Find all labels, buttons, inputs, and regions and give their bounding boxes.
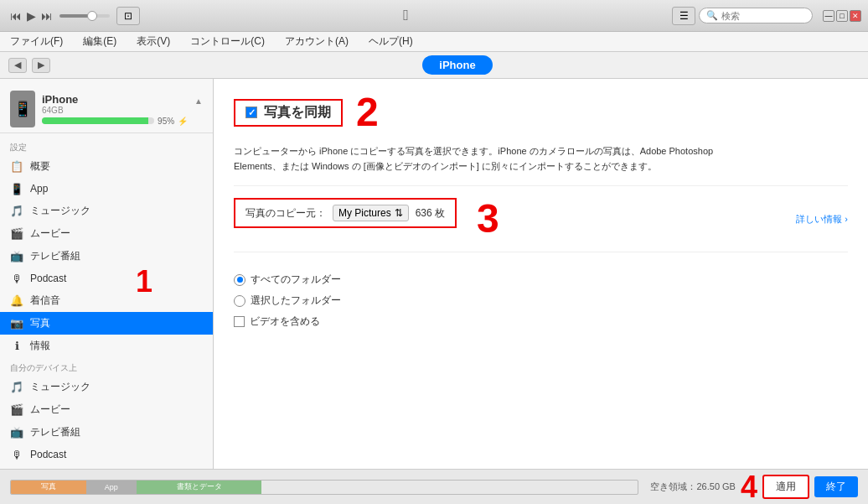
sidebar-label-movie: ムービー [30, 226, 70, 241]
copy-source-select[interactable]: My Pictures ⇅ [333, 205, 409, 221]
bottom-buttons: 適用 終了 [762, 475, 858, 499]
video-checkbox[interactable] [234, 316, 245, 327]
search-icon: 🔍 [706, 10, 718, 21]
section1-label: 設定 [0, 137, 213, 155]
battery-bar [42, 117, 154, 124]
my-podcast-icon: 🎙 [10, 448, 23, 461]
menu-view[interactable]: 表示(V) [133, 33, 173, 50]
sidebar-label-my-movie: ムービー [30, 403, 70, 417]
description-text: コンピューターから iPhone にコピーする写真を選択できます。iPhone … [234, 144, 848, 186]
podcast-icon: 🎙 [10, 272, 23, 285]
maximize-button[interactable]: □ [836, 10, 848, 22]
video-checkbox-label: ビデオを含める [250, 314, 320, 329]
sidebar-item-music[interactable]: 🎵 ミュージック [0, 200, 213, 222]
sidebar-label-my-podcast: Podcast [30, 449, 66, 460]
screen-button[interactable]: ⊡ [116, 7, 140, 25]
sync-arrow: ▲ [194, 96, 203, 106]
sidebar-label-podcast: Podcast [30, 273, 66, 284]
menu-bar: ファイル(F) 編集(E) 表示(V) コントロール(C) アカウント(A) ヘ… [0, 32, 868, 52]
device-header: 📱 iPhone 64GB 95% ⚡ ▲ [0, 86, 213, 133]
play-btn[interactable]: ▶ [27, 9, 36, 23]
menu-file[interactable]: ファイル(F) [7, 33, 66, 50]
section2-label: 自分のデバイス上 [0, 357, 213, 376]
device-size: 64GB [42, 106, 188, 115]
radio-all-icon [234, 274, 245, 286]
minimize-button[interactable]: — [823, 10, 834, 22]
sidebar-item-app[interactable]: 📱 App [0, 178, 213, 200]
menu-control[interactable]: コントロール(C) [187, 33, 268, 50]
storage-books: 書類とデータ [137, 481, 262, 494]
copy-source-row: 写真のコピー元： My Pictures ⇅ 636 枚 [234, 198, 457, 228]
sidebar-item-my-podcast[interactable]: 🎙 Podcast [0, 444, 213, 465]
photos-icon: 📷 [10, 317, 23, 330]
charge-icon: ⚡ [178, 117, 188, 126]
search-box: 🔍 [699, 8, 813, 23]
info-icon: ℹ [10, 340, 23, 353]
storage-bar: 写真 App 書類とデータ [10, 480, 638, 495]
sidebar-item-my-tv[interactable]: 📺 テレビ番組 [0, 421, 213, 444]
storage-free [261, 481, 638, 494]
sidebar-item-tv[interactable]: 📺 テレビ番組 [0, 245, 213, 268]
sidebar-item-summary[interactable]: 📋 概要 [0, 155, 213, 178]
device-icon: 📱 [10, 91, 35, 127]
device-tab[interactable]: iPhone [422, 55, 492, 75]
my-music-icon: 🎵 [10, 381, 23, 394]
sidebar-item-photos[interactable]: 📷 写真 [0, 312, 213, 335]
music-icon: 🎵 [10, 205, 23, 218]
radio-all-folders[interactable]: すべてのフォルダー [234, 273, 848, 287]
sidebar-item-my-books[interactable]: 📚 ブック [0, 465, 213, 469]
sidebar-label-info: 情報 [30, 339, 50, 353]
storage-photos: 写真 [11, 481, 86, 494]
sidebar-label-tv: テレビ番組 [30, 249, 80, 263]
menu-edit[interactable]: 編集(E) [80, 33, 120, 50]
forward-button[interactable]: ▶ [32, 58, 50, 73]
back-button[interactable]: ◀ [8, 58, 27, 73]
window-controls: — □ ✕ [823, 10, 861, 22]
copy-source-value: My Pictures [338, 207, 391, 219]
sync-checkbox-label[interactable]: ✓ 写真を同期 [234, 99, 343, 127]
close-button[interactable]: ✕ [850, 10, 861, 22]
list-view-button[interactable]: ☰ [672, 7, 695, 25]
title-right: ☰ 🔍 — □ ✕ [672, 7, 861, 25]
free-space-label: 空き領域：26.50 GB [650, 481, 735, 493]
sidebar-label-photos: 写真 [30, 316, 50, 330]
search-input[interactable] [721, 11, 805, 21]
checkbox-video-row[interactable]: ビデオを含める [234, 314, 848, 329]
menu-account[interactable]: アカウント(A) [282, 33, 352, 50]
storage-apps: App [86, 481, 137, 494]
rewind-btn[interactable]: ⏮ [10, 9, 22, 23]
badge-3: 3 [477, 199, 499, 239]
sidebar-label-my-tv: テレビ番組 [30, 425, 80, 439]
end-button[interactable]: 終了 [814, 476, 858, 497]
nav-bar: ◀ ▶ iPhone [0, 52, 868, 79]
sidebar-label-my-music: ミュージック [30, 380, 90, 394]
fastforward-btn[interactable]: ⏭ [41, 9, 53, 23]
tv-icon: 📺 [10, 250, 23, 263]
content-area: ✓ 写真を同期 2 コンピューターから iPhone にコピーする写真を選択でき… [214, 79, 868, 469]
sidebar-item-ringtone[interactable]: 🔔 着信音 [0, 289, 213, 312]
battery-fill [42, 117, 148, 124]
sidebar-item-movie[interactable]: 🎬 ムービー [0, 222, 213, 245]
title-center:  [147, 7, 665, 24]
playback-controls: ⏮ ▶ ⏭ [10, 9, 53, 23]
main-layout: 📱 iPhone 64GB 95% ⚡ ▲ 設定 📋 概要 📱 App [0, 79, 868, 469]
sidebar-item-my-movie[interactable]: 🎬 ムービー [0, 398, 213, 421]
sidebar: 📱 iPhone 64GB 95% ⚡ ▲ 設定 📋 概要 📱 App [0, 79, 214, 469]
bottom-bar: 写真 App 書類とデータ 空き領域：26.50 GB 4 適用 終了 [0, 469, 868, 504]
movie-icon: 🎬 [10, 227, 23, 241]
radio-selected-folders[interactable]: 選択したフォルダー [234, 294, 848, 308]
copy-source-label: 写真のコピー元： [245, 206, 326, 221]
sidebar-item-info[interactable]: ℹ 情報 [0, 335, 213, 357]
sidebar-item-my-music[interactable]: 🎵 ミュージック [0, 376, 213, 398]
sidebar-item-podcast[interactable]: 🎙 Podcast [0, 268, 213, 289]
summary-icon: 📋 [10, 160, 23, 174]
details-link[interactable]: 詳しい情報 › [796, 213, 848, 226]
sync-checkbox[interactable]: ✓ [245, 107, 257, 118]
radio-all-label: すべてのフォルダー [251, 273, 341, 287]
ringtone-icon: 🔔 [10, 294, 23, 308]
select-chevron-icon: ⇅ [395, 207, 403, 219]
menu-help[interactable]: ヘルプ(H) [365, 33, 416, 50]
apply-button[interactable]: 適用 [762, 475, 809, 499]
volume-slider[interactable] [59, 14, 110, 18]
sidebar-label-app: App [30, 183, 48, 195]
